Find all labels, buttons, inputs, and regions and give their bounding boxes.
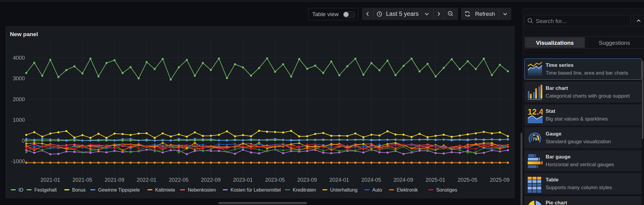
svg-text:2023-05: 2023-05 — [265, 177, 285, 183]
svg-text:12.4: 12.4 — [528, 108, 543, 116]
svg-text:79: 79 — [532, 136, 538, 141]
svg-text:2025-01: 2025-01 — [425, 177, 445, 183]
svg-text:2021-05: 2021-05 — [73, 177, 92, 183]
svg-text:2022-01: 2022-01 — [137, 177, 156, 183]
svg-text:2023-09: 2023-09 — [297, 177, 317, 183]
svg-text:2025-09: 2025-09 — [490, 177, 509, 183]
svg-text:2024-05: 2024-05 — [361, 177, 381, 183]
svg-text:-1000: -1000 — [11, 158, 25, 164]
svg-text:2025-05: 2025-05 — [458, 177, 477, 183]
svg-text:3000: 3000 — [13, 75, 25, 81]
svg-text:4000: 4000 — [13, 55, 25, 61]
svg-text:2022-05: 2022-05 — [169, 177, 189, 183]
svg-text:2022-09: 2022-09 — [201, 177, 221, 183]
svg-text:2023-01: 2023-01 — [233, 177, 253, 183]
svg-text:2000: 2000 — [13, 96, 25, 102]
svg-text:2021-09: 2021-09 — [105, 177, 124, 183]
svg-text:2021-01: 2021-01 — [40, 177, 60, 183]
svg-text:1000: 1000 — [13, 117, 25, 123]
svg-text:0: 0 — [22, 138, 25, 144]
svg-text:2024-09: 2024-09 — [393, 177, 413, 183]
svg-text:2024-01: 2024-01 — [329, 177, 349, 183]
